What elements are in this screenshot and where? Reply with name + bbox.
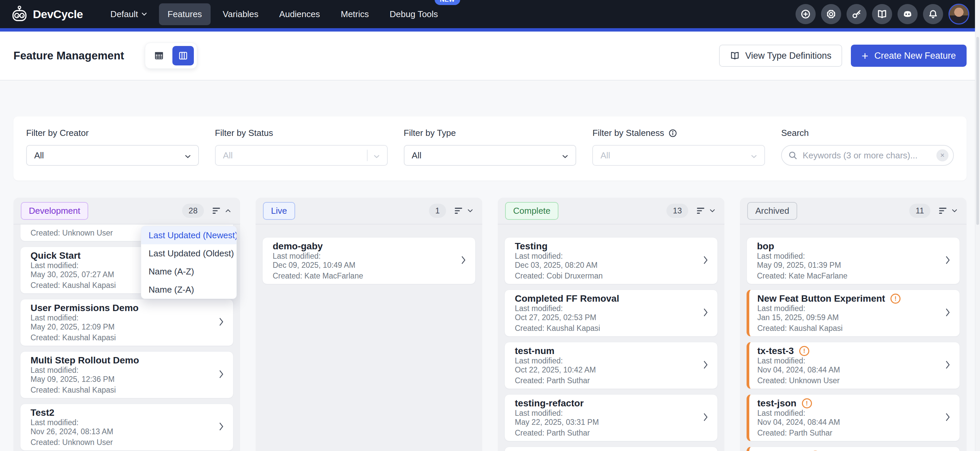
discord-button[interactable] (897, 4, 918, 24)
sort-option[interactable]: Last Updated (Oldest) (141, 244, 237, 262)
notifications-bell-icon (928, 9, 939, 19)
last-modified-label: Last modified: (757, 252, 950, 261)
filter-select-2[interactable]: All (404, 145, 576, 166)
feature-card[interactable]: Multi Step Rollout Demo Last modified: M… (20, 351, 234, 398)
api-key-button[interactable] (846, 4, 867, 24)
clear-search-button[interactable]: × (936, 149, 948, 161)
sort-option[interactable]: Name (Z-A) (141, 280, 237, 299)
book-icon (730, 51, 740, 61)
page-title: Feature Management (13, 49, 124, 62)
sort-menu: Last Updated (Newest) ✓ Last Updated (Ol… (141, 226, 237, 299)
add-circle-button[interactable] (795, 4, 816, 24)
open-feature-chevron-icon[interactable] (461, 256, 466, 266)
column-card-list[interactable]: demo-gaby Last modified: Dec 09, 2025, 1… (256, 225, 482, 451)
column-sort-button[interactable] (453, 205, 475, 217)
feature-card[interactable]: demo-gaby Last modified: Dec 09, 2025, 1… (262, 237, 476, 284)
feature-card[interactable]: test-json ! Last modified: Nov 04, 2024,… (746, 394, 960, 441)
open-feature-chevron-icon[interactable] (703, 308, 708, 318)
nav-item-variables[interactable]: Variables (214, 3, 267, 25)
settings-gear-button[interactable] (821, 4, 841, 24)
kanban-view-button[interactable] (172, 46, 194, 65)
feature-card[interactable]: demo-paul (504, 447, 718, 451)
nav-item-debug-tools[interactable]: Debug ToolsNEW (381, 3, 447, 25)
stale-warning-icon: ! (799, 346, 809, 356)
view-type-definitions-button[interactable]: View Type Definitions (719, 45, 842, 67)
feature-card[interactable]: Test2 Last modified: Nov 26, 2024, 08:13… (20, 404, 234, 451)
feature-card[interactable]: bop Last modified: May 09, 2025, 01:39 P… (746, 237, 960, 284)
column-card-list[interactable]: Testing Last modified: Dec 03, 2025, 08:… (498, 225, 724, 451)
open-feature-chevron-icon[interactable] (945, 360, 950, 370)
last-modified-date: Nov 26, 2024, 08:13 AM (30, 427, 224, 436)
open-feature-chevron-icon[interactable] (219, 317, 224, 328)
feature-card[interactable]: Completed FF Removal Last modified: Oct … (504, 290, 718, 336)
devcycle-logo[interactable]: DevCycle (11, 5, 83, 23)
open-feature-chevron-icon[interactable] (703, 256, 708, 266)
last-modified-label: Last modified: (273, 252, 466, 261)
nav-item-features[interactable]: Features (159, 3, 211, 25)
feature-card[interactable]: User Permissions Demo Last modified: May… (20, 299, 234, 346)
open-feature-chevron-icon[interactable] (945, 413, 950, 423)
open-feature-chevron-icon[interactable] (945, 256, 950, 266)
created-by: Created: Parth Suthar (757, 429, 950, 438)
page-scrollbar[interactable] (975, 0, 980, 451)
feature-card-title: Quick Start (30, 250, 81, 261)
sort-option[interactable]: Last Updated (Newest) ✓ (141, 226, 237, 244)
column-count-badge: 1 (429, 204, 446, 218)
last-modified-date: Dec 03, 2025, 08:20 AM (515, 261, 708, 270)
settings-gear-icon (826, 9, 837, 19)
info-icon (668, 129, 678, 138)
feature-card[interactable]: New Feat Button Experiment ! Last modifi… (746, 290, 960, 336)
feature-card-title: User Permissions Demo (30, 303, 138, 314)
search-input[interactable] (802, 150, 932, 161)
filter-group-filter-by-staleness: Filter by Staleness All (592, 128, 765, 166)
sort-lines-icon (455, 207, 464, 214)
open-feature-chevron-icon[interactable] (219, 422, 224, 432)
open-feature-chevron-icon[interactable] (703, 360, 708, 370)
notifications-bell-button[interactable] (923, 4, 943, 24)
docs-book-button[interactable] (872, 4, 892, 24)
table-view-button[interactable] (148, 46, 170, 65)
nav-item-label: Features (168, 9, 202, 19)
column-card-list[interactable]: bop Last modified: May 09, 2025, 01:39 P… (740, 225, 967, 451)
user-avatar[interactable] (948, 4, 969, 24)
feature-card[interactable]: Testing Last modified: Dec 03, 2025, 08:… (504, 237, 718, 284)
last-modified-date: Oct 22, 2025, 10:42 AM (515, 365, 708, 375)
column-sort-button[interactable] (695, 205, 717, 217)
project-selector-label: Default (110, 9, 138, 19)
column-status-badge: Development (21, 202, 88, 220)
filter-select-value: All (34, 150, 185, 161)
column-sort-button[interactable] (211, 205, 233, 217)
discord-icon (902, 8, 913, 20)
open-feature-chevron-icon[interactable] (703, 413, 708, 423)
column-sort-button[interactable] (937, 205, 959, 217)
filter-select-1[interactable]: All (215, 145, 388, 166)
stale-warning-icon: ! (802, 398, 812, 408)
created-by: Created: Cobi Druxerman (515, 271, 708, 280)
create-new-feature-button[interactable]: + Create New Feature (851, 45, 967, 67)
feature-card[interactable]: test-num Last modified: Oct 22, 2025, 10… (504, 342, 718, 389)
view-type-definitions-label: View Type Definitions (745, 51, 831, 61)
new-badge: NEW (435, 0, 460, 5)
open-feature-chevron-icon[interactable] (219, 370, 224, 380)
sort-lines-icon (213, 207, 222, 214)
project-selector[interactable]: Default (102, 3, 155, 25)
last-modified-date: May 20, 2025, 12:09 PM (30, 322, 224, 331)
column-header: Complete 13 (498, 198, 724, 225)
feature-card-title: Completed FF Removal (515, 293, 619, 304)
last-modified-label: Last modified: (515, 409, 708, 418)
sort-option[interactable]: Name (A-Z) (141, 262, 237, 280)
created-by: Created: Parth Suthar (515, 376, 708, 385)
feature-card[interactable]: tx-test-3 ! Last modified: Nov 04, 2024,… (746, 342, 960, 389)
open-feature-chevron-icon[interactable] (945, 308, 950, 318)
filter-select-0[interactable]: All (26, 145, 199, 166)
created-by: Created: Kaushal Kapasi (515, 324, 708, 333)
feature-card-title: test-json (757, 398, 797, 409)
feature-card[interactable]: testing-refactor Last modified: May 22, … (504, 394, 718, 441)
column-status-badge: Live (263, 202, 295, 220)
nav-item-audiences[interactable]: Audiences (270, 3, 329, 25)
nav-item-metrics[interactable]: Metrics (332, 3, 378, 25)
filter-select-3[interactable]: All (592, 145, 765, 166)
feature-card[interactable]: rachel-test ! (746, 447, 960, 451)
sort-option-label: Name (A-Z) (149, 266, 194, 277)
page-scrollbar-thumb[interactable] (976, 37, 979, 225)
